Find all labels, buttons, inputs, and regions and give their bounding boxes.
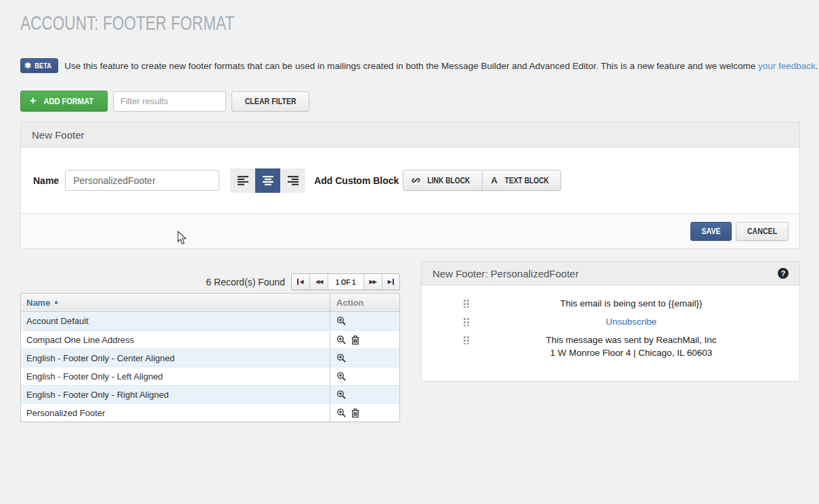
beta-banner: ✱ BETA Use this feature to create new fo…: [20, 58, 818, 73]
last-page-icon: ▶: [388, 279, 392, 285]
table-body: Account DefaultCompact One Line AddressE…: [21, 312, 399, 421]
format-name-cell: English - Footer Only - Center Aligned: [21, 349, 330, 367]
format-name: English - Footer Only - Right Aligned: [26, 390, 169, 400]
footer-preview-panel: New Footer: PersonalizedFooter ? This em…: [421, 261, 800, 382]
records-count: 6 Record(s) Found: [206, 277, 285, 288]
add-format-label: ADD FORMAT: [44, 96, 93, 106]
footer-formats-table: Name ▲ Action Account DefaultCompact One…: [20, 293, 400, 422]
drag-handle-icon[interactable]: [463, 317, 470, 326]
drag-handle-icon[interactable]: [463, 336, 470, 344]
footer-format-page: ACCOUNT: FOOTER FORMAT ✱ BETA Use this f…: [0, 0, 819, 504]
text-block-button[interactable]: A TEXT BLOCK: [482, 170, 561, 191]
zoom-icon[interactable]: [336, 408, 347, 418]
first-page-button[interactable]: ◀: [292, 274, 309, 290]
preview-line: This message was sent by ReachMail, Inc: [474, 334, 788, 346]
format-name: English - Footer Only - Left Aligned: [26, 371, 163, 382]
last-page-bar: [393, 279, 394, 285]
first-page-icon: ◀: [299, 279, 303, 285]
zoom-icon[interactable]: [336, 353, 347, 363]
next-page-icon: ▶▶: [370, 279, 376, 285]
preview-block-content: This email is being sent to {{email}}: [474, 297, 788, 310]
block-buttons: LINK BLOCK A TEXT BLOCK: [403, 170, 561, 191]
table-row: Account Default: [21, 312, 399, 330]
page-indicator: 1 OF 1: [328, 274, 363, 290]
filter-input[interactable]: [113, 91, 226, 112]
link-block-label: LINK BLOCK: [428, 176, 470, 185]
align-center-button[interactable]: [255, 168, 280, 193]
trash-icon[interactable]: [351, 408, 360, 418]
clear-filter-label: CLEAR FILTER: [244, 97, 296, 106]
action-cell: [330, 349, 399, 367]
preview-block-row: Unsubscribe: [422, 315, 799, 328]
feedback-link[interactable]: your feedback: [758, 61, 816, 71]
preview-line: This email is being sent to {{email}}: [474, 297, 788, 310]
zoom-icon[interactable]: [336, 335, 347, 345]
align-right-button[interactable]: [280, 168, 305, 193]
format-name: Personalized Footer: [26, 408, 105, 418]
toolbar: + ADD FORMAT CLEAR FILTER: [20, 91, 309, 112]
table-header-row: Name ▲ Action: [21, 294, 399, 312]
column-header-name[interactable]: Name ▲: [21, 294, 330, 311]
preview-line: Unsubscribe: [474, 315, 788, 328]
preview-block-row: This email is being sent to {{email}}: [422, 297, 799, 310]
format-name-cell: Personalized Footer: [21, 404, 330, 421]
asterisk-icon: ✱: [24, 61, 31, 70]
add-format-button[interactable]: + ADD FORMAT: [20, 91, 108, 112]
format-name: Compact One Line Address: [26, 335, 134, 345]
new-footer-editor-panel: New Footer Name: [20, 122, 800, 249]
preview-block-content: This message was sent by ReachMail, Inc1…: [474, 334, 788, 359]
format-name-cell: Compact One Line Address: [21, 331, 330, 348]
name-header-label: Name: [26, 298, 50, 308]
table-row: English - Footer Only - Left Aligned: [21, 367, 399, 385]
prev-page-button[interactable]: ◀◀: [309, 274, 328, 290]
help-icon[interactable]: ?: [778, 268, 789, 279]
clear-filter-button[interactable]: CLEAR FILTER: [231, 91, 309, 112]
last-page-button[interactable]: ▶: [382, 274, 399, 290]
column-header-action: Action: [330, 294, 399, 311]
cancel-button[interactable]: CANCEL: [736, 222, 789, 241]
drag-handle-icon[interactable]: [463, 299, 470, 308]
footer-name-input[interactable]: [65, 170, 219, 191]
text-block-label: TEXT BLOCK: [505, 176, 549, 185]
sort-asc-icon: ▲: [53, 298, 59, 305]
cancel-label: CANCEL: [747, 227, 777, 236]
action-cell: [330, 386, 399, 403]
alignment-group: [230, 168, 305, 193]
text-icon: A: [491, 175, 497, 185]
zoom-icon[interactable]: [336, 316, 347, 326]
page-title: ACCOUNT: FOOTER FORMAT: [20, 12, 234, 35]
align-right-icon: [288, 176, 298, 185]
records-row: 6 Record(s) Found ◀ ◀◀ 1 OF 1 ▶▶ ▶: [20, 273, 400, 290]
next-page-button[interactable]: ▶▶: [363, 274, 382, 290]
preview-line: 1 W Monroe Floor 4 | Chicago, IL 60603: [474, 346, 788, 359]
editor-body: Name Add Custo: [21, 147, 799, 213]
editor-footer: SAVE CANCEL: [21, 213, 799, 248]
action-cell: [330, 367, 399, 385]
save-label: SAVE: [701, 227, 720, 236]
beta-text-after: .: [816, 61, 818, 71]
action-header-label: Action: [336, 298, 363, 308]
name-label: Name: [33, 175, 59, 186]
first-page-bar: [297, 279, 298, 285]
editor-panel-title: New Footer: [32, 129, 85, 141]
preview-block-content: Unsubscribe: [474, 315, 788, 328]
beta-text-before: Use this feature to create new footer fo…: [64, 61, 758, 71]
link-icon: [412, 176, 420, 185]
trash-icon[interactable]: [351, 335, 360, 345]
action-cell: [330, 331, 399, 348]
link-block-button[interactable]: LINK BLOCK: [403, 170, 483, 191]
action-cell: [330, 312, 399, 330]
beta-badge: ✱ BETA: [20, 58, 58, 73]
action-cell: [330, 404, 399, 421]
zoom-icon[interactable]: [336, 390, 347, 400]
add-custom-block-label: Add Custom Block: [314, 175, 399, 186]
unsubscribe-link[interactable]: Unsubscribe: [606, 317, 657, 327]
zoom-icon[interactable]: [336, 371, 347, 382]
prev-page-icon: ◀◀: [315, 279, 322, 285]
preview-panel-title: New Footer: PersonalizedFooter: [433, 268, 579, 279]
align-left-button[interactable]: [230, 168, 255, 193]
format-name-cell: English - Footer Only - Left Aligned: [21, 367, 330, 385]
save-button[interactable]: SAVE: [690, 222, 732, 241]
editor-panel-header: New Footer: [21, 122, 799, 147]
pagination: ◀ ◀◀ 1 OF 1 ▶▶ ▶: [291, 273, 400, 290]
